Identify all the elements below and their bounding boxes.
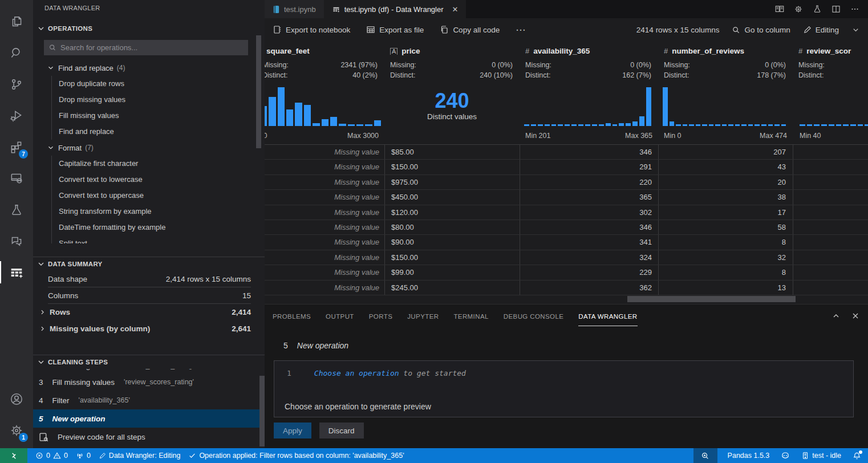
- operation-item[interactable]: Find and replace: [33, 124, 265, 140]
- operation-item[interactable]: Convert text to lowercase: [33, 172, 265, 188]
- cleaning-step-4[interactable]: 4 Filter 'availability_365': [33, 391, 265, 409]
- extensions-icon[interactable]: 7: [0, 131, 33, 163]
- grid-cell[interactable]: Missing value: [265, 160, 384, 174]
- grid-cell[interactable]: [793, 145, 868, 159]
- cleaning-steps-header[interactable]: CLEANING STEPS: [33, 355, 265, 369]
- grid-cell[interactable]: [793, 281, 868, 295]
- preview-code-button[interactable]: Preview code for all steps: [33, 428, 265, 446]
- grid-cell[interactable]: 324: [520, 250, 658, 265]
- more-actions-icon[interactable]: [850, 4, 860, 14]
- explorer-icon[interactable]: [0, 6, 33, 37]
- grid-cell[interactable]: $975.00: [384, 175, 520, 189]
- toolbar-more-button[interactable]: ⋯: [516, 24, 525, 36]
- grid-cell[interactable]: 365: [520, 190, 658, 204]
- go-to-column-button[interactable]: Go to column: [732, 26, 790, 34]
- grid-cell[interactable]: 207: [658, 145, 793, 159]
- grid-cell[interactable]: 362: [520, 281, 658, 295]
- grid-cell[interactable]: $245.00: [384, 281, 520, 295]
- grid-cell[interactable]: [793, 205, 868, 220]
- tab-debug-console[interactable]: DEBUG CONSOLE: [504, 306, 564, 326]
- tab-terminal[interactable]: TERMINAL: [453, 306, 488, 326]
- grid-cell[interactable]: Missing value: [265, 205, 384, 220]
- grid-cell[interactable]: [793, 160, 868, 174]
- grid-cell[interactable]: $150.00: [384, 250, 520, 265]
- operations-search[interactable]: [44, 40, 248, 55]
- grid-cell[interactable]: Missing value: [265, 145, 384, 159]
- summary-row-missing-values[interactable]: Missing values (by column) 2,641: [39, 320, 251, 337]
- tab-test-ipynb[interactable]: test.ipynb: [265, 0, 324, 18]
- chevron-up-icon[interactable]: [832, 311, 841, 320]
- grid-cell[interactable]: $450.00: [384, 190, 520, 204]
- grid-cell[interactable]: 302: [520, 205, 658, 220]
- grid-cell[interactable]: 291: [520, 160, 658, 174]
- histogram-number-of-reviews[interactable]: [663, 87, 786, 126]
- grid-cell[interactable]: 346: [520, 145, 658, 159]
- apply-button[interactable]: Apply: [274, 423, 311, 438]
- settings-gear-icon[interactable]: 1: [0, 415, 33, 446]
- export-as-file-button[interactable]: Export as file: [366, 25, 424, 34]
- operation-item[interactable]: Split text: [33, 235, 265, 243]
- grid-cell[interactable]: [793, 250, 868, 265]
- operation-applied-status[interactable]: Operation applied: Filter rows based on …: [188, 452, 404, 460]
- column-header-number-of-reviews[interactable]: #number_of_reviews Missing:0 (0%) Distin…: [658, 41, 793, 144]
- column-header-square-feet[interactable]: square_feet Missing:2341 (97%) Distinct:…: [265, 41, 384, 144]
- data-wrangler-editing-status[interactable]: Data Wrangler: Editing: [99, 452, 181, 460]
- grid-cell[interactable]: 341: [520, 235, 658, 249]
- grid-cell[interactable]: 8: [658, 235, 793, 249]
- grid-cell[interactable]: 58: [658, 220, 793, 234]
- grid-cell[interactable]: $85.00: [384, 145, 520, 159]
- pandas-version-status[interactable]: Pandas 1.5.3: [728, 452, 770, 460]
- tab-data-wrangler[interactable]: test.ipynb (df) - Data Wrangler ✕: [324, 0, 467, 18]
- grid-cell[interactable]: Missing value: [265, 190, 384, 204]
- grid-cell[interactable]: $120.00: [384, 205, 520, 220]
- operation-item[interactable]: Fill missing values: [33, 108, 265, 124]
- operation-code-box[interactable]: 1 Choose an operation to get started Cho…: [274, 360, 854, 417]
- data-summary-header[interactable]: DATA SUMMARY: [33, 257, 265, 271]
- grid-cell[interactable]: [793, 175, 868, 189]
- zoom-indicator[interactable]: [693, 448, 717, 463]
- operation-item[interactable]: Drop missing values: [33, 92, 265, 108]
- copilot-status[interactable]: [781, 451, 790, 460]
- tree-group-find-replace[interactable]: Find and replace (4): [33, 60, 265, 76]
- chevron-down-icon[interactable]: [851, 26, 860, 34]
- export-to-notebook-button[interactable]: Export to notebook: [273, 25, 350, 34]
- tab-ports[interactable]: PORTS: [369, 306, 392, 326]
- copy-all-code-button[interactable]: Copy all code: [440, 25, 500, 34]
- grid-cell[interactable]: Missing value: [265, 250, 384, 265]
- search-icon[interactable]: [0, 37, 33, 68]
- data-wrangler-icon[interactable]: [0, 257, 33, 288]
- operations-header[interactable]: OPERATIONS: [33, 22, 265, 35]
- grid-cell[interactable]: 13: [658, 281, 793, 295]
- grid-cell[interactable]: [793, 235, 868, 249]
- close-tab-icon[interactable]: ✕: [452, 5, 459, 14]
- grid-cell[interactable]: Missing value: [265, 175, 384, 189]
- notifications-bell[interactable]: [853, 452, 861, 460]
- tab-output[interactable]: OUTPUT: [326, 306, 354, 326]
- grid-cell[interactable]: [793, 190, 868, 204]
- close-panel-icon[interactable]: [851, 311, 860, 320]
- kernel-status[interactable]: test - idle: [801, 452, 841, 460]
- horizontal-scrollbar[interactable]: [627, 296, 796, 302]
- grid-cell[interactable]: 32: [658, 250, 793, 265]
- histogram-square-feet[interactable]: [265, 87, 381, 126]
- grid-cell[interactable]: 38: [658, 190, 793, 204]
- operation-item[interactable]: DateTime formatting by example: [33, 220, 265, 235]
- run-debug-icon[interactable]: [0, 100, 33, 131]
- grid-cell[interactable]: 346: [520, 220, 658, 234]
- grid-cell[interactable]: $150.00: [384, 160, 520, 174]
- grid-cell[interactable]: 220: [520, 175, 658, 189]
- tree-group-format[interactable]: Format (7): [33, 140, 265, 156]
- column-header-review-scores[interactable]: #review_scor Missing: Distinct: Min 40: [793, 41, 868, 144]
- account-icon[interactable]: [0, 383, 33, 415]
- grid-cell[interactable]: 17: [658, 205, 793, 220]
- remote-indicator[interactable]: [0, 448, 27, 463]
- sidebar-scrollbar[interactable]: [256, 35, 261, 148]
- grid-cell[interactable]: $80.00: [384, 220, 520, 234]
- operation-item[interactable]: Convert text to uppercase: [33, 188, 265, 204]
- grid-cell[interactable]: Missing value: [265, 220, 384, 234]
- cleaning-step-5-selected[interactable]: 5 New operation: [33, 409, 265, 428]
- ports-status[interactable]: 0: [76, 452, 91, 460]
- grid-cell[interactable]: $90.00: [384, 235, 520, 249]
- tab-problems[interactable]: PROBLEMS: [273, 306, 311, 326]
- operation-item[interactable]: Capitalize first character: [33, 156, 265, 172]
